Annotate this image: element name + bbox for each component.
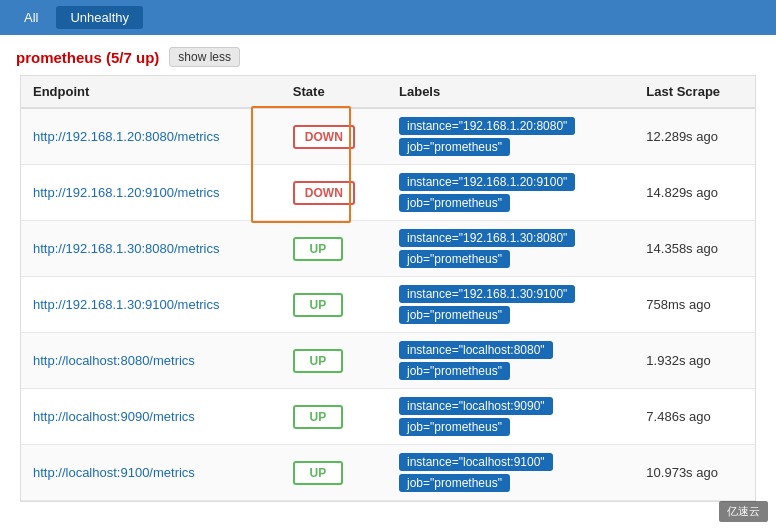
endpoint-link[interactable]: http://localhost:9100/metrics (33, 465, 195, 480)
last-scrape-cell: 14.829s ago (634, 165, 755, 221)
tab-unhealthy[interactable]: Unhealthy (56, 6, 143, 29)
state-cell: UP (281, 221, 387, 277)
label-badge: job="prometheus" (399, 194, 510, 212)
endpoint-link[interactable]: http://192.168.1.30:8080/metrics (33, 241, 219, 256)
state-badge: DOWN (293, 181, 355, 205)
endpoint-link[interactable]: http://localhost:9090/metrics (33, 409, 195, 424)
labels-cell: instance="192.168.1.20:8080"job="prometh… (387, 108, 634, 165)
table-row: http://localhost:9090/metricsUPinstance=… (21, 389, 755, 445)
table-row: http://localhost:9100/metricsUPinstance=… (21, 445, 755, 501)
section-title: prometheus (5/7 up) (16, 49, 159, 66)
endpoint-link[interactable]: http://192.168.1.20:8080/metrics (33, 129, 219, 144)
scrape-time: 14.358s ago (646, 241, 718, 256)
watermark: 亿速云 (719, 501, 768, 522)
label-badge: job="prometheus" (399, 250, 510, 268)
last-scrape-cell: 12.289s ago (634, 108, 755, 165)
endpoint-cell: http://192.168.1.30:8080/metrics (21, 221, 281, 277)
state-cell: UP (281, 445, 387, 501)
last-scrape-cell: 10.973s ago (634, 445, 755, 501)
state-badge: DOWN (293, 125, 355, 149)
section-header: prometheus (5/7 up) show less (0, 35, 776, 75)
label-badge: instance="localhost:9090" (399, 397, 553, 415)
label-badge: job="prometheus" (399, 418, 510, 436)
table-row: http://192.168.1.20:9100/metricsDOWNinst… (21, 165, 755, 221)
scrape-time: 758ms ago (646, 297, 710, 312)
endpoint-cell: http://192.168.1.30:9100/metrics (21, 277, 281, 333)
endpoint-cell: http://localhost:9100/metrics (21, 445, 281, 501)
label-badge: instance="localhost:9100" (399, 453, 553, 471)
label-badge: job="prometheus" (399, 474, 510, 492)
label-badge: job="prometheus" (399, 138, 510, 156)
last-scrape-cell: 14.358s ago (634, 221, 755, 277)
tab-bar: All Unhealthy (0, 0, 776, 35)
state-badge: UP (293, 405, 343, 429)
table-row: http://192.168.1.20:8080/metricsDOWNinst… (21, 108, 755, 165)
scrape-time: 10.973s ago (646, 465, 718, 480)
state-badge: UP (293, 237, 343, 261)
state-badge: UP (293, 349, 343, 373)
endpoint-cell: http://192.168.1.20:8080/metrics (21, 108, 281, 165)
table-wrapper: Endpoint State Labels Last Scrape http:/… (10, 75, 766, 502)
scrape-time: 1.932s ago (646, 353, 710, 368)
last-scrape-cell: 1.932s ago (634, 333, 755, 389)
endpoint-cell: http://192.168.1.20:9100/metrics (21, 165, 281, 221)
scrape-time: 14.829s ago (646, 185, 718, 200)
endpoint-link[interactable]: http://192.168.1.30:9100/metrics (33, 297, 219, 312)
label-badge: instance="192.168.1.30:9100" (399, 285, 575, 303)
labels-cell: instance="192.168.1.30:8080"job="prometh… (387, 221, 634, 277)
label-badge: instance="localhost:8080" (399, 341, 553, 359)
tab-all[interactable]: All (10, 6, 52, 29)
endpoint-cell: http://localhost:9090/metrics (21, 389, 281, 445)
labels-cell: instance="192.168.1.30:9100"job="prometh… (387, 277, 634, 333)
labels-cell: instance="192.168.1.20:9100"job="prometh… (387, 165, 634, 221)
table-row: http://localhost:8080/metricsUPinstance=… (21, 333, 755, 389)
show-less-button[interactable]: show less (169, 47, 240, 67)
col-labels: Labels (387, 76, 634, 108)
table-row: http://192.168.1.30:9100/metricsUPinstan… (21, 277, 755, 333)
label-badge: job="prometheus" (399, 306, 510, 324)
col-last-scrape: Last Scrape (634, 76, 755, 108)
endpoint-cell: http://localhost:8080/metrics (21, 333, 281, 389)
label-badge: instance="192.168.1.20:8080" (399, 117, 575, 135)
table-container: Endpoint State Labels Last Scrape http:/… (20, 75, 756, 502)
targets-table: Endpoint State Labels Last Scrape http:/… (21, 76, 755, 501)
label-badge: instance="192.168.1.30:8080" (399, 229, 575, 247)
state-cell: UP (281, 389, 387, 445)
state-cell: UP (281, 277, 387, 333)
state-badge: UP (293, 461, 343, 485)
col-state: State (281, 76, 387, 108)
endpoint-link[interactable]: http://192.168.1.20:9100/metrics (33, 185, 219, 200)
state-cell: DOWN (281, 108, 387, 165)
state-badge: UP (293, 293, 343, 317)
table-header-row: Endpoint State Labels Last Scrape (21, 76, 755, 108)
table-row: http://192.168.1.30:8080/metricsUPinstan… (21, 221, 755, 277)
state-cell: UP (281, 333, 387, 389)
last-scrape-cell: 758ms ago (634, 277, 755, 333)
scrape-time: 7.486s ago (646, 409, 710, 424)
last-scrape-cell: 7.486s ago (634, 389, 755, 445)
label-badge: job="prometheus" (399, 362, 510, 380)
scrape-time: 12.289s ago (646, 129, 718, 144)
state-cell: DOWN (281, 165, 387, 221)
labels-cell: instance="localhost:8080"job="prometheus… (387, 333, 634, 389)
labels-cell: instance="localhost:9100"job="prometheus… (387, 445, 634, 501)
labels-cell: instance="localhost:9090"job="prometheus… (387, 389, 634, 445)
label-badge: instance="192.168.1.20:9100" (399, 173, 575, 191)
col-endpoint: Endpoint (21, 76, 281, 108)
endpoint-link[interactable]: http://localhost:8080/metrics (33, 353, 195, 368)
